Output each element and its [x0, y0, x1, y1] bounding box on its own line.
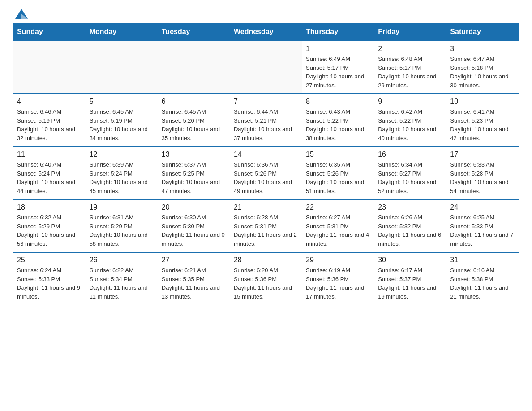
- day-info: Sunrise: 6:37 AMSunset: 5:25 PMDaylight:…: [162, 160, 226, 195]
- day-cell: 29Sunrise: 6:19 AMSunset: 5:36 PMDayligh…: [302, 252, 374, 304]
- day-number: 4: [17, 98, 82, 106]
- day-number: 8: [306, 98, 370, 106]
- day-number: 18: [17, 203, 82, 211]
- day-number: 31: [450, 256, 515, 264]
- day-cell: [158, 41, 230, 94]
- week-row-5: 25Sunrise: 6:24 AMSunset: 5:33 PMDayligh…: [13, 252, 519, 304]
- day-cell: 12Sunrise: 6:39 AMSunset: 5:24 PMDayligh…: [86, 146, 158, 199]
- day-info: Sunrise: 6:19 AMSunset: 5:36 PMDaylight:…: [306, 266, 370, 301]
- day-number: 12: [90, 150, 154, 158]
- day-info: Sunrise: 6:43 AMSunset: 5:22 PMDaylight:…: [306, 107, 370, 142]
- week-row-1: 1Sunrise: 6:49 AMSunset: 5:17 PMDaylight…: [13, 41, 519, 94]
- day-cell: [13, 41, 86, 94]
- day-info: Sunrise: 6:48 AMSunset: 5:17 PMDaylight:…: [378, 55, 442, 90]
- day-cell: 11Sunrise: 6:40 AMSunset: 5:24 PMDayligh…: [13, 146, 86, 199]
- day-number: 13: [162, 150, 226, 158]
- day-cell: [86, 41, 158, 94]
- day-cell: [230, 41, 302, 94]
- day-number: 10: [450, 98, 515, 106]
- day-number: 29: [306, 256, 370, 264]
- day-info: Sunrise: 6:28 AMSunset: 5:31 PMDaylight:…: [234, 213, 298, 248]
- day-info: Sunrise: 6:44 AMSunset: 5:21 PMDaylight:…: [234, 107, 298, 142]
- day-info: Sunrise: 6:32 AMSunset: 5:29 PMDaylight:…: [17, 213, 82, 248]
- day-cell: 9Sunrise: 6:42 AMSunset: 5:22 PMDaylight…: [374, 94, 446, 146]
- day-info: Sunrise: 6:33 AMSunset: 5:28 PMDaylight:…: [450, 160, 515, 195]
- header-cell-tuesday: Tuesday: [158, 23, 230, 41]
- day-cell: 19Sunrise: 6:31 AMSunset: 5:29 PMDayligh…: [86, 199, 158, 252]
- day-cell: 10Sunrise: 6:41 AMSunset: 5:23 PMDayligh…: [446, 94, 519, 146]
- day-cell: 3Sunrise: 6:47 AMSunset: 5:18 PMDaylight…: [446, 41, 519, 94]
- day-info: Sunrise: 6:27 AMSunset: 5:31 PMDaylight:…: [306, 213, 370, 248]
- day-cell: 25Sunrise: 6:24 AMSunset: 5:33 PMDayligh…: [13, 252, 86, 304]
- day-cell: 13Sunrise: 6:37 AMSunset: 5:25 PMDayligh…: [158, 146, 230, 199]
- day-cell: 5Sunrise: 6:45 AMSunset: 5:19 PMDaylight…: [86, 94, 158, 146]
- calendar-header: SundayMondayTuesdayWednesdayThursdayFrid…: [13, 23, 519, 41]
- header-cell-sunday: Sunday: [13, 23, 86, 41]
- day-info: Sunrise: 6:49 AMSunset: 5:17 PMDaylight:…: [306, 55, 370, 90]
- header-cell-monday: Monday: [86, 23, 158, 41]
- day-cell: 22Sunrise: 6:27 AMSunset: 5:31 PMDayligh…: [302, 199, 374, 252]
- header-cell-friday: Friday: [374, 23, 446, 41]
- day-info: Sunrise: 6:24 AMSunset: 5:33 PMDaylight:…: [17, 266, 82, 301]
- header-cell-saturday: Saturday: [446, 23, 519, 41]
- day-cell: 28Sunrise: 6:20 AMSunset: 5:36 PMDayligh…: [230, 252, 302, 304]
- day-number: 21: [234, 203, 298, 211]
- week-row-3: 11Sunrise: 6:40 AMSunset: 5:24 PMDayligh…: [13, 146, 519, 199]
- day-cell: 21Sunrise: 6:28 AMSunset: 5:31 PMDayligh…: [230, 199, 302, 252]
- day-cell: 14Sunrise: 6:36 AMSunset: 5:26 PMDayligh…: [230, 146, 302, 199]
- day-cell: 31Sunrise: 6:16 AMSunset: 5:38 PMDayligh…: [446, 252, 519, 304]
- day-info: Sunrise: 6:30 AMSunset: 5:30 PMDaylight:…: [162, 213, 226, 248]
- day-number: 19: [90, 203, 154, 211]
- header-cell-thursday: Thursday: [302, 23, 374, 41]
- header-cell-wednesday: Wednesday: [230, 23, 302, 41]
- day-cell: 26Sunrise: 6:22 AMSunset: 5:34 PMDayligh…: [86, 252, 158, 304]
- day-number: 6: [162, 98, 226, 106]
- day-cell: 16Sunrise: 6:34 AMSunset: 5:27 PMDayligh…: [374, 146, 446, 199]
- calendar: SundayMondayTuesdayWednesdayThursdayFrid…: [13, 23, 519, 304]
- day-number: 9: [378, 98, 442, 106]
- day-info: Sunrise: 6:17 AMSunset: 5:37 PMDaylight:…: [378, 266, 442, 301]
- day-info: Sunrise: 6:20 AMSunset: 5:36 PMDaylight:…: [234, 266, 298, 301]
- day-cell: 18Sunrise: 6:32 AMSunset: 5:29 PMDayligh…: [13, 199, 86, 252]
- day-number: 17: [450, 150, 515, 158]
- day-number: 14: [234, 150, 298, 158]
- day-cell: 17Sunrise: 6:33 AMSunset: 5:28 PMDayligh…: [446, 146, 519, 199]
- day-cell: 23Sunrise: 6:26 AMSunset: 5:32 PMDayligh…: [374, 199, 446, 252]
- header: [13, 9, 519, 19]
- day-cell: 27Sunrise: 6:21 AMSunset: 5:35 PMDayligh…: [158, 252, 230, 304]
- day-info: Sunrise: 6:31 AMSunset: 5:29 PMDaylight:…: [90, 213, 154, 248]
- day-number: 2: [378, 45, 442, 53]
- day-number: 1: [306, 45, 370, 53]
- day-info: Sunrise: 6:47 AMSunset: 5:18 PMDaylight:…: [450, 55, 515, 90]
- day-cell: 8Sunrise: 6:43 AMSunset: 5:22 PMDaylight…: [302, 94, 374, 146]
- calendar-body: 1Sunrise: 6:49 AMSunset: 5:17 PMDaylight…: [13, 41, 519, 304]
- day-info: Sunrise: 6:40 AMSunset: 5:24 PMDaylight:…: [17, 160, 82, 195]
- day-number: 15: [306, 150, 370, 158]
- day-number: 20: [162, 203, 226, 211]
- day-number: 22: [306, 203, 370, 211]
- day-number: 7: [234, 98, 298, 106]
- day-number: 3: [450, 45, 515, 53]
- day-info: Sunrise: 6:22 AMSunset: 5:34 PMDaylight:…: [90, 266, 154, 301]
- day-info: Sunrise: 6:25 AMSunset: 5:33 PMDaylight:…: [450, 213, 515, 248]
- header-row: SundayMondayTuesdayWednesdayThursdayFrid…: [13, 23, 519, 41]
- day-number: 23: [378, 203, 442, 211]
- logo: [13, 9, 28, 19]
- day-info: Sunrise: 6:45 AMSunset: 5:19 PMDaylight:…: [90, 107, 154, 142]
- day-cell: 1Sunrise: 6:49 AMSunset: 5:17 PMDaylight…: [302, 41, 374, 94]
- day-cell: 20Sunrise: 6:30 AMSunset: 5:30 PMDayligh…: [158, 199, 230, 252]
- day-cell: 15Sunrise: 6:35 AMSunset: 5:26 PMDayligh…: [302, 146, 374, 199]
- day-info: Sunrise: 6:21 AMSunset: 5:35 PMDaylight:…: [162, 266, 226, 301]
- week-row-4: 18Sunrise: 6:32 AMSunset: 5:29 PMDayligh…: [13, 199, 519, 252]
- day-number: 24: [450, 203, 515, 211]
- day-info: Sunrise: 6:16 AMSunset: 5:38 PMDaylight:…: [450, 266, 515, 301]
- day-number: 5: [90, 98, 154, 106]
- day-number: 28: [234, 256, 298, 264]
- day-cell: 6Sunrise: 6:45 AMSunset: 5:20 PMDaylight…: [158, 94, 230, 146]
- week-row-2: 4Sunrise: 6:46 AMSunset: 5:19 PMDaylight…: [13, 94, 519, 146]
- day-info: Sunrise: 6:45 AMSunset: 5:20 PMDaylight:…: [162, 107, 226, 142]
- day-number: 30: [378, 256, 442, 264]
- day-info: Sunrise: 6:42 AMSunset: 5:22 PMDaylight:…: [378, 107, 442, 142]
- day-info: Sunrise: 6:46 AMSunset: 5:19 PMDaylight:…: [17, 107, 82, 142]
- day-cell: 24Sunrise: 6:25 AMSunset: 5:33 PMDayligh…: [446, 199, 519, 252]
